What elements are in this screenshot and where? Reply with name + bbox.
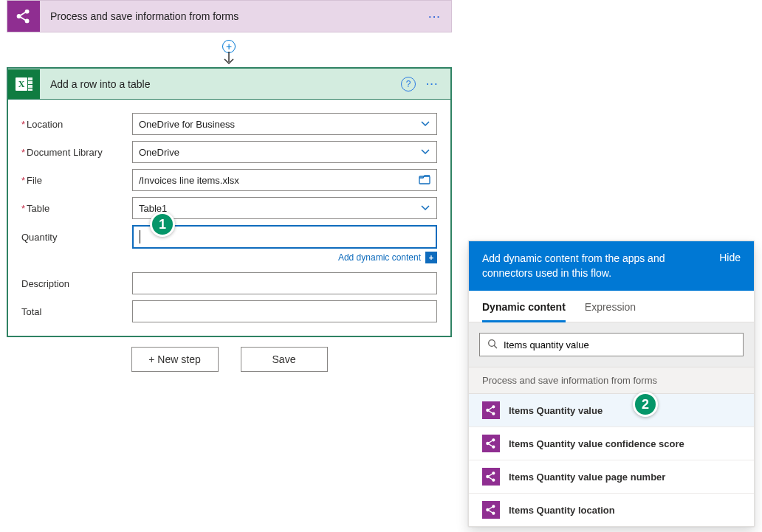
label-library: *Document Library (21, 147, 132, 158)
svg-point-30 (487, 509, 489, 511)
svg-point-26 (492, 472, 495, 474)
excel-icon: X (8, 69, 40, 99)
svg-line-33 (489, 507, 492, 509)
help-icon[interactable]: ? (401, 77, 416, 91)
arrow-down-icon (222, 52, 236, 66)
svg-rect-8 (28, 77, 32, 80)
chevron-down-icon (420, 146, 430, 158)
total-input[interactable] (132, 300, 437, 322)
share-alt-icon (482, 435, 500, 452)
svg-rect-10 (28, 85, 32, 88)
dynamic-item[interactable]: Items Quantity location (469, 494, 754, 526)
share-alt-icon (482, 401, 500, 419)
action-more-menu[interactable]: ··· (426, 78, 439, 89)
svg-point-21 (492, 439, 495, 441)
footer-buttons: + New step Save (7, 347, 452, 372)
svg-point-16 (492, 406, 495, 408)
callout-1: 1 (150, 212, 175, 237)
share-alt-icon (7, 1, 40, 32)
location-select[interactable]: OneDrive for Business (132, 113, 437, 135)
svg-point-22 (492, 446, 495, 448)
label-description: Description (21, 278, 132, 289)
share-alt-icon (482, 468, 500, 486)
file-picker[interactable]: /Invoices line items.xlsx (132, 169, 437, 191)
label-quantity: Quantity (21, 232, 132, 243)
tab-expression[interactable]: Expression (585, 301, 636, 322)
action-title: Add a row into a table (40, 78, 401, 90)
svg-line-24 (489, 444, 492, 446)
dynamic-content-search-input[interactable] (504, 339, 735, 350)
dynamic-content-search[interactable] (479, 333, 744, 356)
description-input[interactable] (132, 272, 437, 294)
dynamic-item[interactable]: Items Quantity value (469, 394, 754, 427)
svg-point-13 (489, 339, 495, 346)
svg-point-27 (492, 479, 495, 481)
add-step-connector: + (210, 32, 247, 67)
dynamic-item[interactable]: Items Quantity value confidence score (469, 427, 754, 460)
dynamic-item-label: Items Quantity value (509, 405, 603, 416)
table-select[interactable]: Table1 (132, 197, 437, 219)
dynamic-content-header: Add dynamic content from the apps and co… (469, 241, 754, 291)
add-dynamic-content-link[interactable]: Add dynamic content + (132, 252, 437, 263)
svg-line-28 (489, 474, 492, 476)
svg-point-0 (18, 15, 21, 18)
folder-icon[interactable] (419, 174, 430, 187)
search-icon (487, 339, 498, 351)
svg-line-3 (20, 13, 25, 16)
text-caret (140, 230, 140, 243)
svg-rect-11 (28, 89, 32, 91)
svg-line-14 (494, 345, 497, 348)
dynamic-item-label: Items Quantity value confidence score (509, 438, 684, 449)
quantity-input[interactable] (132, 225, 437, 249)
svg-line-23 (489, 441, 492, 443)
add-dynamic-content-icon: + (425, 252, 437, 263)
action-card: X Add a row into a table ? ··· *Location… (7, 67, 452, 337)
svg-text:X: X (18, 79, 24, 89)
svg-point-25 (487, 476, 489, 478)
svg-point-15 (487, 410, 489, 412)
svg-point-20 (487, 443, 489, 445)
label-total: Total (21, 306, 132, 317)
save-button[interactable]: Save (241, 347, 328, 372)
trigger-title: Process and save information from forms (40, 10, 419, 22)
dynamic-item[interactable]: Items Quantity value page number (469, 460, 754, 494)
svg-point-17 (492, 412, 495, 415)
dynamic-content-panel: Add dynamic content from the apps and co… (468, 241, 755, 527)
svg-line-19 (489, 411, 492, 413)
svg-line-34 (489, 511, 492, 513)
action-header[interactable]: X Add a row into a table ? ··· (8, 69, 450, 100)
tab-dynamic-content[interactable]: Dynamic content (482, 301, 566, 322)
dynamic-item-label: Items Quantity value page number (509, 471, 665, 483)
library-select[interactable]: OneDrive (132, 141, 437, 163)
dynamic-content-tabs: Dynamic content Expression (469, 291, 754, 322)
svg-line-29 (489, 477, 492, 480)
trigger-card[interactable]: Process and save information from forms … (7, 0, 452, 32)
label-table: *Table (21, 203, 132, 214)
svg-point-31 (492, 505, 495, 508)
chevron-down-icon (420, 118, 430, 130)
svg-point-32 (492, 512, 495, 514)
callout-2: 2 (633, 392, 658, 417)
dynamic-content-header-text: Add dynamic content from the apps and co… (482, 252, 719, 280)
svg-rect-9 (28, 81, 32, 84)
label-file: *File (21, 175, 132, 186)
share-alt-icon (482, 501, 500, 519)
svg-line-18 (489, 407, 492, 410)
label-location: *Location (21, 119, 132, 130)
chevron-down-icon (420, 202, 430, 214)
dynamic-content-section-header: Process and save information from forms (469, 367, 754, 394)
new-step-button[interactable]: + New step (131, 347, 219, 372)
svg-point-2 (26, 19, 29, 22)
action-body: *Location OneDrive for Business *Documen… (8, 100, 450, 336)
svg-line-4 (20, 17, 25, 21)
svg-point-1 (26, 10, 29, 13)
hide-panel-link[interactable]: Hide (719, 252, 741, 280)
trigger-more-menu[interactable]: ··· (419, 11, 451, 22)
dynamic-item-label: Items Quantity location (509, 505, 615, 516)
